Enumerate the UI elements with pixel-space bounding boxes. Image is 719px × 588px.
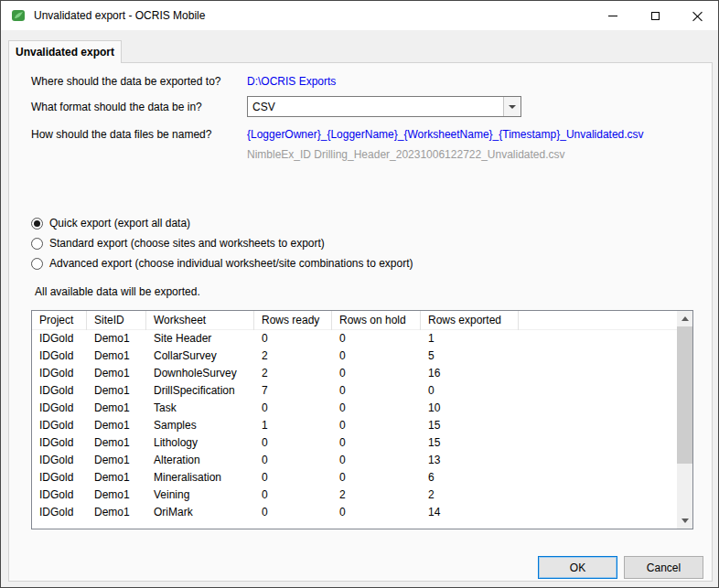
app-icon — [11, 8, 26, 23]
tab-unvalidated-export[interactable]: Unvalidated export — [8, 40, 122, 63]
column-header[interactable]: Rows ready — [254, 311, 332, 330]
radio-option-1[interactable]: Standard export (choose sites and worksh… — [31, 233, 413, 253]
vertical-scrollbar[interactable] — [677, 311, 692, 529]
close-icon — [692, 11, 703, 21]
table-cell: 0 — [332, 452, 421, 469]
table-cell: 1 — [421, 330, 519, 347]
table-cell: IDGold — [32, 347, 87, 365]
table-cell: Veining — [146, 486, 254, 504]
table-cell: 10 — [421, 400, 519, 417]
maximize-button[interactable] — [634, 1, 676, 30]
column-header[interactable]: Rows exported — [421, 311, 519, 330]
radio-option-0[interactable]: Quick export (export all data) — [31, 213, 413, 233]
table-row[interactable]: IDGoldDemo1Samples1015 — [32, 417, 692, 434]
table-cell: 2 — [254, 347, 332, 365]
column-header[interactable]: Project — [32, 311, 87, 330]
naming-example: NimbleEx_ID Drilling_Header_202310061227… — [247, 148, 565, 161]
table-cell: 15 — [421, 434, 519, 452]
minimize-button[interactable] — [592, 1, 634, 30]
table-cell: 0 — [332, 382, 421, 400]
table-row[interactable]: IDGoldDemo1Alteration0013 — [32, 452, 692, 469]
table-cell: 0 — [332, 417, 421, 434]
dialog-window: Unvalidated export - OCRIS Mobile Unvali… — [0, 0, 719, 588]
table-cell: 0 — [332, 365, 421, 382]
table-row[interactable]: IDGoldDemo1DrillSpecification700 — [32, 382, 692, 400]
table-cell: 0 — [332, 434, 421, 452]
table-row[interactable]: IDGoldDemo1Veining022 — [32, 486, 692, 504]
export-to-label: Where should the data be exported to? — [31, 75, 220, 88]
table-cell: 2 — [332, 486, 421, 504]
column-header[interactable]: Worksheet — [146, 311, 254, 330]
radio-icon[interactable] — [31, 238, 43, 250]
cancel-button[interactable]: Cancel — [624, 556, 703, 579]
table-cell: Task — [146, 400, 254, 417]
scroll-up-button[interactable] — [677, 311, 692, 326]
table-cell: Demo1 — [87, 330, 146, 347]
table-cell: DrillSpecification — [146, 382, 254, 400]
table-cell: Lithology — [146, 434, 254, 452]
table-cell: Demo1 — [87, 365, 146, 382]
combo-dropdown-button[interactable] — [503, 97, 520, 116]
table-body: IDGoldDemo1Site Header001IDGoldDemo1Coll… — [32, 330, 692, 521]
ok-button[interactable]: OK — [538, 556, 617, 579]
window-controls — [592, 1, 718, 30]
radio-label: Standard export (choose sites and worksh… — [49, 237, 325, 250]
table-cell: 0 — [254, 400, 332, 417]
table-cell: 1 — [254, 417, 332, 434]
table-cell: 7 — [254, 382, 332, 400]
table-cell: 0 — [254, 504, 332, 521]
table-cell: Demo1 — [87, 504, 146, 521]
table-row[interactable]: IDGoldDemo1OriMark0014 — [32, 504, 692, 521]
naming-label: How should the data files be named? — [31, 128, 211, 141]
table-cell: Mineralisation — [146, 469, 254, 486]
format-label: What format should the data be in? — [31, 101, 202, 113]
table-cell: IDGold — [32, 365, 87, 382]
table-row[interactable]: IDGoldDemo1Task0010 — [32, 400, 692, 417]
table-cell: IDGold — [32, 504, 87, 521]
arrow-down-icon — [681, 519, 689, 523]
radio-icon[interactable] — [31, 218, 43, 230]
table-cell: 15 — [421, 417, 519, 434]
tab-page: Where should the data be exported to? D:… — [8, 62, 713, 582]
table-cell: 0 — [332, 400, 421, 417]
table-row[interactable]: IDGoldDemo1Site Header001 — [32, 330, 692, 347]
column-header[interactable]: Rows on hold — [332, 311, 421, 330]
table-cell: Demo1 — [87, 434, 146, 452]
table-cell: 0 — [332, 330, 421, 347]
table-cell: Demo1 — [87, 347, 146, 365]
scroll-down-button[interactable] — [677, 513, 692, 529]
format-select[interactable]: CSV — [247, 96, 521, 117]
table-cell: 0 — [332, 469, 421, 486]
column-header[interactable]: SiteID — [87, 311, 146, 330]
radio-icon[interactable] — [31, 258, 43, 270]
chevron-down-icon — [509, 105, 516, 109]
export-to-path-link[interactable]: D:\OCRIS Exports — [247, 75, 336, 88]
table-cell: Demo1 — [87, 486, 146, 504]
table-cell: 0 — [254, 434, 332, 452]
table-row[interactable]: IDGoldDemo1Lithology0015 — [32, 434, 692, 452]
table-cell: 2 — [421, 486, 519, 504]
table-cell: 13 — [421, 452, 519, 469]
table-cell: 0 — [254, 452, 332, 469]
table-cell: 0 — [254, 469, 332, 486]
naming-pattern-link[interactable]: {LoggerOwner}_{LoggerName}_{WorksheetNam… — [247, 128, 644, 141]
close-button[interactable] — [676, 1, 718, 30]
table-cell: Demo1 — [87, 417, 146, 434]
radio-option-2[interactable]: Advanced export (choose individual works… — [31, 253, 413, 273]
table-cell: Demo1 — [87, 452, 146, 469]
table-row[interactable]: IDGoldDemo1Mineralisation006 — [32, 469, 692, 486]
table-cell: Demo1 — [87, 382, 146, 400]
window-title: Unvalidated export - OCRIS Mobile — [34, 9, 205, 22]
table-cell: 0 — [254, 330, 332, 347]
table-cell: DownholeSurvey — [146, 365, 254, 382]
minimize-icon — [608, 16, 617, 16]
table-row[interactable]: IDGoldDemo1CollarSurvey205 — [32, 347, 692, 365]
table-cell: 6 — [421, 469, 519, 486]
table-cell: Demo1 — [87, 469, 146, 486]
maximize-icon — [651, 12, 660, 20]
table-cell: 0 — [332, 347, 421, 365]
table-row[interactable]: IDGoldDemo1DownholeSurvey2016 — [32, 365, 692, 382]
format-selected-value: CSV — [248, 101, 503, 113]
scrollbar-thumb[interactable] — [677, 326, 692, 464]
table-cell: CollarSurvey — [146, 347, 254, 365]
